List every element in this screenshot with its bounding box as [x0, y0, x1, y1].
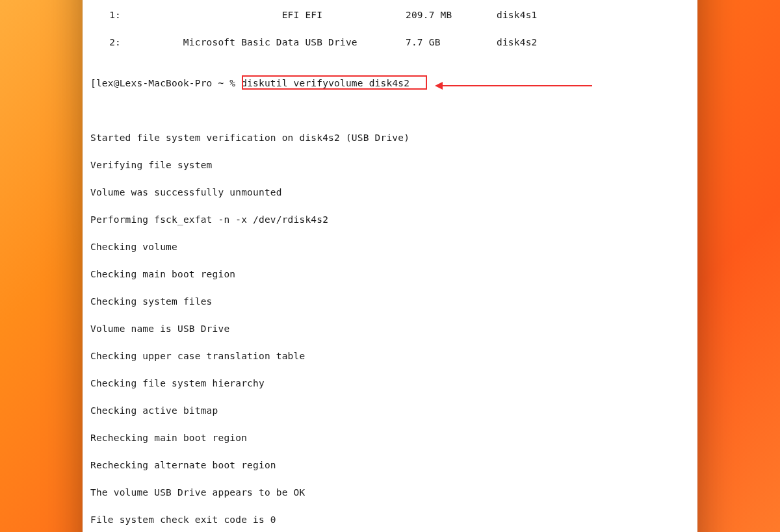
arrow-head-icon: [435, 82, 443, 90]
arrow-line: [443, 85, 592, 86]
output-line: Rechecking main boot region: [90, 431, 690, 445]
output-line: Volume name is USB Drive: [90, 322, 690, 336]
output-line: The volume USB Drive appears to be OK: [90, 486, 690, 500]
output-line: Rechecking alternate boot region: [90, 459, 690, 472]
output-line: Checking file system hierarchy: [90, 377, 690, 390]
output-line: Checking volume: [90, 240, 690, 254]
part-num: 2:: [90, 36, 126, 49]
part-id: disk4s2: [497, 36, 690, 49]
terminal-content[interactable]: /dev/disk4 (external, physical): #:TYPE …: [83, 0, 697, 532]
output-line: Performing fsck_exfat -n -x /dev/rdisk4s…: [90, 213, 690, 227]
partition-row: 1: EFI EFI209.7 MBdisk4s1: [90, 8, 690, 22]
output-line: Volume was successfully unmounted: [90, 186, 690, 199]
output-line: Checking main boot region: [90, 268, 690, 281]
part-type: EFI EFI: [126, 8, 406, 22]
part-type: Microsoft Basic Data USB Drive: [126, 36, 406, 49]
part-id: disk4s1: [497, 8, 690, 22]
entered-command: diskutil verifyvolume disk4s2: [241, 78, 410, 88]
prompt-bracket: [: [90, 78, 96, 88]
prompt-user-host: lex@Lexs-MacBook-Pro ~ %: [96, 78, 235, 88]
output-line: Checking upper case translation table: [90, 349, 690, 363]
terminal-window: lex — -zsh — 85×25 /dev/disk4 (external,…: [83, 0, 697, 532]
part-size: 7.7 GB: [406, 36, 497, 49]
part-num: 1:: [90, 8, 126, 22]
output-line: Checking active bitmap: [90, 404, 690, 418]
output-line: Verifying file system: [90, 158, 690, 172]
output-line: Started file system verification on disk…: [90, 131, 690, 145]
partition-row: 2: Microsoft Basic Data USB Drive7.7 GBd…: [90, 36, 690, 49]
annotation-arrow: [435, 82, 592, 90]
prompt-line-1: [lex@Lexs-MacBook-Pro ~ % diskutil verif…: [90, 77, 690, 118]
output-line: File system check exit code is 0: [90, 513, 690, 527]
part-size: 209.7 MB: [406, 8, 497, 22]
output-line: Checking system files: [90, 295, 690, 309]
